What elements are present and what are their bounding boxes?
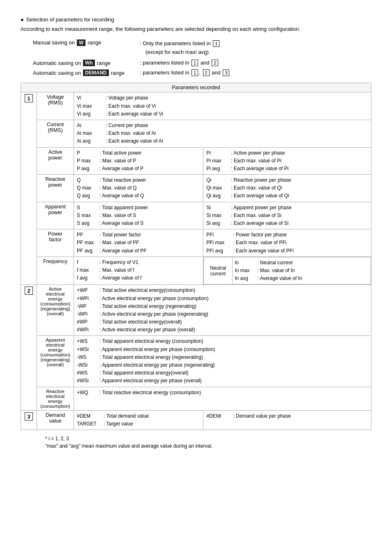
- table-row: Frequency f: Frequency of V1 f max: Max.…: [21, 257, 371, 285]
- saving-row-wh: Automatic saving on Wh range : parameter…: [33, 60, 371, 66]
- params-pf-left: PF: Total power factor PF max: Max. valu…: [74, 229, 203, 257]
- table-row: 3 Demand value #DEM: Total demand value …: [21, 410, 371, 430]
- table-row: Powerfactor PF: Total power factor PF ma…: [21, 229, 371, 257]
- table-row: Reactivepower Q: Total reactive power Q …: [21, 175, 371, 202]
- saving-label-manual: Manual saving on W range: [33, 39, 140, 46]
- badge-wh: Wh: [83, 60, 95, 66]
- params-demand-left: #DEM: Total demand value TARGET: Target …: [74, 410, 203, 430]
- manual-suffix: range: [88, 39, 101, 46]
- category-apparent-energy: Apparentelectricalenergy(consumption)(re…: [37, 336, 74, 387]
- wh-suffix: range: [97, 60, 111, 66]
- bullet-icon: ●: [21, 16, 24, 23]
- page-container: ● Selection of parameters for recording …: [21, 16, 371, 449]
- category-frequency: Frequency: [37, 257, 74, 285]
- box-3-demand: 3: [223, 69, 229, 76]
- params-pf-right: PFi: Power factor per phase PFi max: Eac…: [203, 229, 371, 257]
- demand-prefix: Automatic saving on: [33, 70, 81, 76]
- saving-desc-demand: : parameters listed in 1, 2 and 3: [140, 69, 230, 76]
- category-active-energy: Activeelectricalenergy(consumption)(rege…: [37, 285, 74, 336]
- section-num-2: 2: [21, 285, 37, 410]
- params-active-left: P: Total active power P max: Max. value …: [74, 147, 203, 175]
- table-row: Reactiveelectricalenergy(consumption) +W…: [21, 387, 371, 410]
- params-current: Ai: Current per phase Ai max: Each max. …: [74, 120, 371, 147]
- intro-text: According to each measurement range, the…: [21, 25, 371, 34]
- manual-prefix: Manual saving on: [33, 39, 75, 46]
- params-reactive-right: Qi: Reactive power per phase Qi max: Eac…: [203, 175, 371, 202]
- saving-label-wh: Automatic saving on Wh range: [33, 60, 140, 66]
- demand-suffix: range: [111, 70, 125, 76]
- table-row: Current(RMS) Ai: Current per phase Ai ma…: [21, 120, 371, 147]
- footnotes: * i = 1, 2, 3 "max" and "avg" mean maxim…: [45, 436, 371, 449]
- neutral-current-label: Neutralcurrent: [204, 257, 233, 284]
- params-reactive-energy: +WQ: Total reactive electrical energy (c…: [74, 387, 371, 410]
- section-header: ● Selection of parameters for recording …: [21, 16, 371, 34]
- category-power-factor: Powerfactor: [37, 229, 74, 257]
- section-num-3: 3: [21, 410, 37, 430]
- box-1-wh: 1: [191, 60, 198, 66]
- category-voltage: Voltage(RMS): [37, 92, 74, 120]
- table-header: Parameters recorded: [21, 83, 371, 92]
- table-row: 1 Voltage(RMS) Vi: Voltage per phase Vi …: [21, 92, 371, 120]
- badge-w: W: [77, 39, 85, 46]
- params-apparent-right: Si: Apparent power per phase Si max: Eac…: [203, 202, 371, 229]
- box-2-demand: 2: [203, 69, 210, 76]
- title-text: Selection of parameters for recording: [26, 16, 114, 23]
- table-row: Activepower P: Total active power P max:…: [21, 147, 371, 175]
- params-apparent-left: S: Total apparent power S max: Max. valu…: [74, 202, 203, 229]
- category-demand: Demand value: [37, 410, 74, 430]
- box-2-wh: 2: [212, 60, 218, 66]
- category-active-power: Activepower: [37, 147, 74, 175]
- saving-row-manual: Manual saving on W range : Only the para…: [33, 39, 371, 57]
- box-1-manual: 1: [213, 40, 219, 47]
- category-current: Current(RMS): [37, 120, 74, 147]
- wh-prefix: Automatic saving on: [33, 60, 81, 66]
- saving-row-demand: Automatic saving on DEMAND range : param…: [33, 69, 371, 76]
- table-row: Apparentpower S: Total apparent power S …: [21, 202, 371, 229]
- category-apparent-power: Apparentpower: [37, 202, 74, 229]
- saving-desc-manual: : Only the parameters listed in 1 (excep…: [140, 39, 220, 57]
- params-voltage: Vi: Voltage per phase Vi max: Each max. …: [74, 92, 371, 120]
- params-apparent-energy: +WS: Total apparent electrical energy (c…: [74, 336, 371, 387]
- params-reactive-left: Q: Total reactive power Q max: Max. valu…: [74, 175, 203, 202]
- section-title: ● Selection of parameters for recording: [21, 16, 371, 23]
- category-reactive-power: Reactivepower: [37, 175, 74, 202]
- params-active-energy: +WP: Total active electrical energy(cons…: [74, 285, 371, 336]
- section-num-1: 1: [21, 92, 37, 285]
- params-neutral-right: Neutralcurrent In: Neutral current In ma…: [203, 257, 371, 285]
- saving-desc-wh: : parameters listed in 1 and 2: [140, 60, 219, 66]
- params-frequency-left: f: Frequency of V1 f max: Max. value of …: [74, 257, 203, 285]
- table-row: 2 Activeelectricalenergy(consumption)(re…: [21, 285, 371, 336]
- avg-note: "max" and "avg" mean maximum value and a…: [45, 443, 371, 449]
- neutral-params: In: Neutral current In max: Max. value o…: [233, 257, 371, 284]
- category-reactive-energy: Reactiveelectricalenergy(consumption): [37, 387, 74, 410]
- parameters-table: Parameters recorded 1 Voltage(RMS) Vi: V…: [21, 83, 371, 430]
- saving-label-demand: Automatic saving on DEMAND range: [33, 69, 140, 76]
- params-demand-right: #DEMi: Demand value per phase: [203, 410, 371, 430]
- badge-demand: DEMAND: [83, 69, 109, 76]
- i-note: * i = 1, 2, 3: [45, 436, 371, 441]
- box-1-demand: 1: [191, 69, 198, 76]
- saving-modes: Manual saving on W range : Only the para…: [33, 39, 371, 76]
- params-active-right: Pi: Active power per phase Pi max: Each …: [203, 147, 371, 175]
- table-row: Apparentelectricalenergy(consumption)(re…: [21, 336, 371, 387]
